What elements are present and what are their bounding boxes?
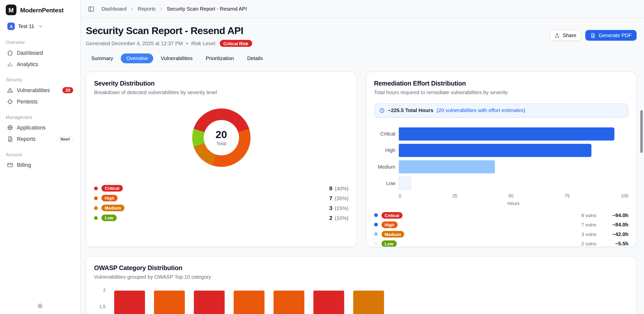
- remediation-effort-card: Remediation Effort Distribution Total ho…: [366, 71, 637, 247]
- sidebar-item-applications[interactable]: Applications: [4, 122, 76, 133]
- high-dot: [374, 223, 378, 226]
- card-subtitle: Vulnerabilities grouped by OWASP Top 10 …: [94, 274, 628, 280]
- effort-legend-row-medium: Medium 3 vulns ~42.0h: [374, 229, 628, 239]
- vulnerabilities-count-badge: 20: [63, 87, 73, 93]
- app-window: M ModernPentest Test 11 Overview Dashboa…: [0, 0, 644, 314]
- team-name: Test 11: [18, 23, 34, 29]
- tab-vulnerabilities[interactable]: Vulnerabilities: [155, 54, 198, 63]
- breadcrumb-reports[interactable]: Reports: [138, 6, 156, 12]
- chevron-down-icon: [38, 24, 43, 29]
- bar-row-medium: Medium: [374, 159, 628, 175]
- breadcrumb-dashboard[interactable]: Dashboard: [101, 6, 127, 12]
- tab-prioritization[interactable]: Prioritization: [200, 54, 239, 63]
- sidebar-item-label: Analytics: [17, 61, 38, 67]
- high-pct: (35%): [335, 195, 348, 201]
- legend-row-low: Low 2(10%): [94, 213, 349, 223]
- card-title: Remediation Effort Distribution: [374, 80, 628, 87]
- sidebar-item-label: Billing: [17, 162, 31, 168]
- share-button[interactable]: Share: [550, 30, 581, 41]
- tab-overview[interactable]: Overview: [121, 54, 153, 63]
- effort-bar-fill: [399, 177, 411, 190]
- low-hours: ~5.5h: [607, 241, 628, 246]
- sidebar-item-analytics[interactable]: Analytics: [4, 58, 76, 70]
- high-count: 7: [329, 195, 332, 201]
- credit-card-icon: [7, 162, 13, 168]
- meta-separator: •: [186, 40, 188, 46]
- theme-toggle-button[interactable]: [34, 300, 46, 312]
- high-badge: High: [101, 195, 118, 201]
- sidebar-item-pentests[interactable]: Pentests: [4, 96, 76, 107]
- sidebar-toggle-button[interactable]: [86, 4, 96, 14]
- sidebar-item-billing[interactable]: Billing: [4, 159, 76, 171]
- owasp-bar: [154, 291, 185, 314]
- tab-summary[interactable]: Summary: [86, 54, 118, 63]
- medium-hours: ~42.0h: [607, 231, 628, 237]
- bar-label: Critical: [374, 131, 395, 137]
- critical-vuln-count: 8 vulns: [581, 213, 596, 218]
- owasp-bar: [194, 291, 225, 314]
- owasp-bar-chart: 2 1.5: [94, 286, 628, 314]
- sidebar-section-overview: Overview: [6, 40, 74, 45]
- medium-count: 3: [329, 205, 332, 211]
- chevron-right-icon: [159, 7, 163, 11]
- sidebar-item-label: Vulnerabilities: [17, 87, 50, 93]
- brand[interactable]: M ModernPentest: [4, 0, 76, 18]
- severity-donut: 20 Total: [192, 109, 250, 167]
- high-vuln-count: 7 vulns: [581, 222, 596, 227]
- medium-pct: (15%): [335, 205, 348, 211]
- sidebar-item-label: Applications: [17, 124, 46, 130]
- sidebar-section-management: Management: [6, 115, 74, 120]
- breadcrumb-current: Security Scan Report - Resend API: [167, 6, 247, 12]
- generated-timestamp: Generated December 4, 2025 at 12:37 PM: [86, 40, 183, 46]
- sun-icon: [37, 303, 43, 309]
- bar-label: Medium: [374, 164, 395, 170]
- owasp-distribution-card: OWASP Category Distribution Vulnerabilit…: [86, 256, 636, 314]
- critical-dot: [94, 186, 98, 190]
- brand-name: ModernPentest: [20, 6, 64, 13]
- effort-legend-row-low: Low 2 vulns ~5.5h: [374, 239, 628, 247]
- y-axis-tick: 2: [94, 288, 106, 293]
- file-text-icon: [590, 33, 596, 38]
- medium-badge: Medium: [381, 231, 404, 237]
- scrollbar-thumb[interactable]: [640, 110, 643, 153]
- effort-legend: Critical 8 vulns ~94.0h High 7 vulns ~84…: [374, 211, 628, 247]
- low-dot: [374, 242, 378, 245]
- legend-row-medium: Medium 3(15%): [94, 203, 349, 213]
- critical-dot: [374, 213, 378, 217]
- effort-bar-fill: [399, 144, 592, 157]
- medium-dot: [94, 206, 98, 210]
- report-tabs: Summary Overview Vulnerabilities Priorit…: [86, 54, 636, 63]
- critical-hours: ~94.0h: [607, 212, 628, 218]
- sidebar-item-dashboard[interactable]: Dashboard: [4, 47, 76, 59]
- owasp-bar: [313, 291, 344, 314]
- reports-new-badge: New!: [58, 136, 73, 142]
- medium-dot: [374, 232, 378, 236]
- generate-pdf-button[interactable]: Generate PDF: [585, 30, 637, 41]
- share-button-label: Share: [563, 33, 576, 38]
- sidebar: M ModernPentest Test 11 Overview Dashboa…: [0, 0, 80, 314]
- high-dot: [94, 196, 98, 200]
- critical-badge: Critical: [381, 212, 403, 218]
- sidebar-item-reports[interactable]: Reports New!: [4, 133, 76, 145]
- team-avatar-icon: [7, 23, 15, 30]
- x-axis: 0 25 50 75 100: [374, 193, 628, 198]
- card-subtitle: Breakdown of detected vulnerabilities by…: [94, 90, 349, 95]
- total-vulnerabilities: 20: [216, 129, 227, 140]
- file-icon: [7, 136, 13, 142]
- severity-legend: Critical 8(40%) High 7(35%) Medium 3(15%…: [94, 183, 349, 223]
- warning-triangle-icon: [7, 87, 13, 93]
- report-meta: Generated December 4, 2025 at 12:37 PM •…: [86, 40, 252, 47]
- owasp-bar: [114, 291, 145, 314]
- severity-distribution-card: Severity Distribution Breakdown of detec…: [86, 71, 357, 247]
- critical-count: 8: [329, 185, 332, 191]
- total-label: Total: [216, 141, 226, 146]
- legend-row-critical: Critical 8(40%): [94, 183, 349, 193]
- header-actions: Share Generate PDF: [550, 30, 637, 41]
- team-switcher[interactable]: Test 11: [4, 20, 76, 33]
- main-area: Dashboard Reports Security Scan Report -…: [80, 0, 644, 314]
- page-content: Security Scan Report - Resend API Genera…: [80, 18, 644, 314]
- donut-center: 20 Total: [204, 120, 239, 155]
- tab-details[interactable]: Details: [242, 54, 268, 63]
- sidebar-item-vulnerabilities[interactable]: Vulnerabilities 20: [4, 84, 76, 96]
- bar-row-critical: Critical: [374, 126, 628, 142]
